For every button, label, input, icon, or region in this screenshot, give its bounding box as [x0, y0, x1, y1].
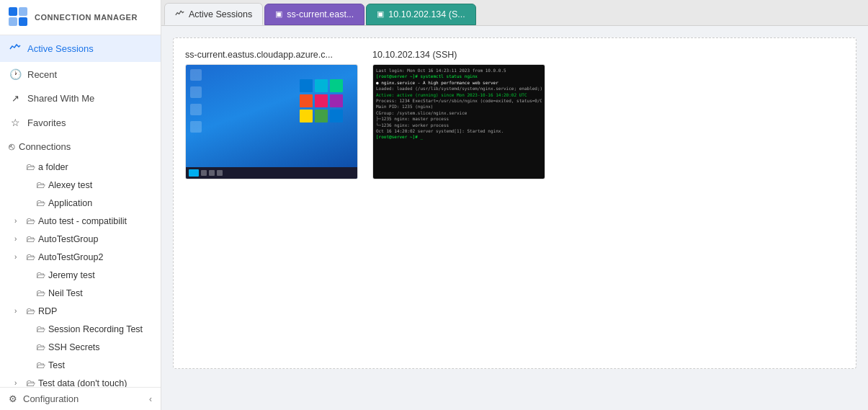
svg-rect-2: [9, 17, 17, 26]
tab-bar: Active Sessions ▣ ss-current.east... ▣ 1…: [161, 0, 868, 26]
folder-icon: 🗁: [36, 342, 45, 352]
folder-icon: 🗁: [26, 233, 35, 244]
configuration-left: ⚙ Configuration: [9, 393, 79, 404]
expand-arrow: ›: [14, 307, 23, 315]
session-thumbnail-ssh[interactable]: Last login: Mon Oct 16 14:23:11 2023 fro…: [372, 64, 545, 179]
ssh-line: Active: active (running) since Mon 2023-…: [376, 92, 542, 98]
tree-items: 🗁 a folder 🗁 Alexey test 🗁 Application ›…: [0, 158, 161, 387]
expand-arrow: ›: [14, 379, 23, 387]
tree-item-label: Session Recording Test: [48, 324, 152, 334]
tree-item-autotestgroup[interactable]: › 🗁 AutoTestGroup: [0, 230, 161, 248]
tree-item-autotest[interactable]: › 🗁 Auto test - compatibilit: [0, 212, 161, 230]
tree-item-testdata[interactable]: › 🗁 Test data (don't touch): [0, 374, 161, 387]
tree-item-label: SSH Secrets: [48, 342, 152, 352]
tree-item-label: RDP: [38, 306, 152, 316]
tab-ssh-icon: ▣: [377, 9, 384, 19]
sessions-grid: ss-current.eastus.cloudapp.azure.c...: [185, 50, 844, 179]
sidebar-item-active-sessions[interactable]: Active Sessions: [0, 35, 161, 62]
tab-rdp[interactable]: ▣ ss-current.east...: [264, 4, 364, 25]
rdp-taskbar: [186, 167, 357, 179]
folder-icon: 🗁: [26, 306, 35, 316]
configuration-label: Configuration: [23, 393, 79, 404]
ssh-line: ● nginx.service - A high performance web…: [376, 80, 542, 86]
ssh-line: Oct 16 14:20:02 server systemd[1]: Start…: [376, 128, 542, 134]
tree-item-test[interactable]: 🗁 Test: [0, 356, 161, 374]
tree-item-label: Jeremy test: [48, 270, 152, 280]
ssh-line: [root@server ~]# _: [376, 134, 542, 140]
tree-item-label: Test: [48, 360, 152, 370]
folder-icon: 🗁: [26, 251, 35, 262]
folder-icon: 🗁: [26, 378, 35, 387]
rdp-tile: [330, 94, 343, 107]
rdp-tile: [315, 94, 328, 107]
svg-rect-0: [9, 7, 17, 16]
session-title-ssh: 10.10.202.134 (SSH): [372, 50, 545, 60]
sidebar-item-recent[interactable]: 🕐 Recent: [0, 62, 161, 86]
ssh-line: Process: 1234 ExecStart=/usr/sbin/nginx …: [376, 98, 542, 104]
tree-item-label: Application: [48, 198, 152, 208]
connections-icon: ⎋: [9, 141, 14, 152]
rdp-tile: [300, 94, 313, 107]
sidebar-item-recent-label: Recent: [27, 69, 57, 80]
sidebar: CONNECTION MANAGER Active Sessions 🕐 Rec…: [0, 0, 161, 410]
rdp-start-button: [189, 169, 199, 177]
session-title-rdp: ss-current.eastus.cloudapp.azure.c...: [185, 50, 358, 60]
tree-item-neiltest[interactable]: 🗁 Neil Test: [0, 284, 161, 302]
rdp-tile: [330, 110, 343, 122]
tree-item-label: Neil Test: [48, 288, 152, 298]
tree-item-label: AutoTestGroup: [38, 234, 152, 244]
main-content: Active Sessions ▣ ss-current.east... ▣ 1…: [161, 0, 868, 410]
connections-header[interactable]: ⎋ Connections: [0, 135, 161, 158]
expand-arrow: ›: [14, 217, 23, 225]
tree-item-afolder[interactable]: 🗁 a folder: [0, 158, 161, 176]
rdp-taskbar-icon: [201, 170, 207, 176]
tree-item-sshsecrets[interactable]: 🗁 SSH Secrets: [0, 338, 161, 356]
tab-active-sessions-icon: [175, 9, 184, 19]
active-sessions-icon: [9, 42, 22, 55]
rdp-tile: [300, 110, 313, 122]
shared-icon: ↗: [9, 93, 22, 104]
tree-item-jeremytest[interactable]: 🗁 Jeremy test: [0, 266, 161, 284]
ssh-line: └─1236 nginx: worker process: [376, 122, 542, 128]
svg-rect-3: [19, 17, 27, 26]
rdp-taskbar-icon: [209, 170, 215, 176]
tab-ssh[interactable]: ▣ 10.10.202.134 (S...: [366, 4, 475, 25]
folder-icon: 🗁: [36, 360, 45, 370]
sidebar-item-favorites[interactable]: ☆ Favorites: [0, 110, 161, 135]
folder-icon: 🗁: [36, 179, 45, 190]
tree-item-rdp[interactable]: › 🗁 RDP: [0, 302, 161, 320]
tree-item-label: Test data (don't touch): [38, 378, 152, 388]
tree-item-label: a folder: [38, 162, 152, 172]
expand-arrow: ›: [14, 235, 23, 243]
configuration-footer[interactable]: ⚙ Configuration ‹: [0, 387, 161, 410]
recent-icon: 🕐: [9, 68, 22, 80]
configuration-icon: ⚙: [9, 393, 17, 404]
rdp-tile: [330, 79, 343, 92]
ssh-line: Loaded: loaded (/usr/lib/systemd/system/…: [376, 86, 542, 92]
svg-rect-1: [19, 7, 27, 16]
sessions-grid-wrapper: ss-current.eastus.cloudapp.azure.c...: [173, 37, 856, 369]
tree-item-application[interactable]: 🗁 Application: [0, 194, 161, 212]
session-card-rdp[interactable]: ss-current.eastus.cloudapp.azure.c...: [185, 50, 358, 179]
rdp-desktop-icons: [190, 69, 202, 133]
rdp-screen: [186, 65, 357, 179]
app-logo-icon: [9, 7, 29, 27]
ssh-line: Last login: Mon Oct 16 14:23:11 2023 fro…: [376, 68, 542, 73]
tab-active-sessions[interactable]: Active Sessions: [164, 3, 263, 25]
collapse-icon: ‹: [149, 394, 152, 404]
folder-icon: 🗁: [36, 324, 45, 334]
tree-item-sessionrecording[interactable]: 🗁 Session Recording Test: [0, 320, 161, 338]
session-card-ssh[interactable]: 10.10.202.134 (SSH) Last login: Mon Oct …: [372, 50, 545, 179]
ssh-line: CGroup: /system.slice/nginx.service: [376, 110, 542, 116]
ssh-line: ├─1235 nginx: master process: [376, 116, 542, 122]
sidebar-item-shared-with-me[interactable]: ↗ Shared With Me: [0, 86, 161, 110]
folder-icon: 🗁: [26, 215, 35, 226]
rdp-tile: [315, 79, 328, 92]
session-thumbnail-rdp[interactable]: [185, 64, 358, 179]
rdp-tile: [300, 79, 313, 92]
tree-item-alexeytest[interactable]: 🗁 Alexey test: [0, 176, 161, 194]
tree-item-autotestgroup2[interactable]: › 🗁 AutoTestGroup2: [0, 248, 161, 266]
sidebar-nav: Active Sessions 🕐 Recent ↗ Shared With M…: [0, 35, 161, 387]
sidebar-item-shared-label: Shared With Me: [27, 93, 94, 104]
tree-item-label: Alexey test: [48, 180, 152, 190]
